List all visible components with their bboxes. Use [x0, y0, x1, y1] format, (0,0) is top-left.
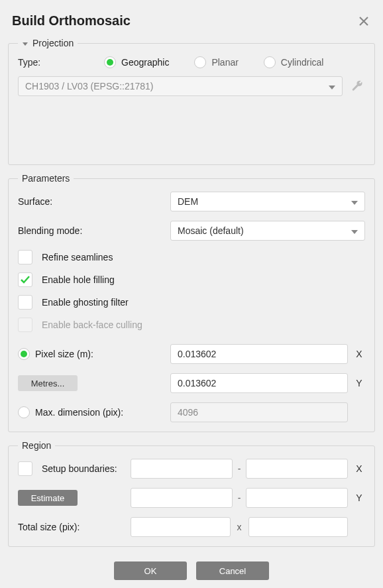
blending-row: Blending mode: Mosaic (default) — [18, 221, 365, 241]
axis-x-label: X — [353, 349, 365, 359]
projection-type-row: Type: Geographic Planar Cylindrical — [18, 56, 365, 68]
title-bar: Build Orthomosaic — [8, 7, 375, 38]
surface-value: DEM — [178, 196, 198, 207]
blending-value: Mosaic (default) — [178, 225, 244, 236]
refine-seamlines-label: Refine seamlines — [42, 252, 113, 263]
ok-button[interactable]: OK — [114, 561, 187, 580]
pixel-size-x-row: Pixel size (m): X — [18, 344, 365, 364]
radio-planar-label: Planar — [211, 57, 238, 68]
surface-row: Surface: DEM — [18, 192, 365, 211]
total-size-h-input[interactable] — [248, 517, 349, 537]
enable-ghosting-label: Enable ghosting filter — [42, 297, 129, 308]
parameters-legend: Parameters — [18, 173, 74, 184]
total-size-label: Total size (pix): — [18, 522, 131, 532]
build-orthomosaic-dialog: Build Orthomosaic Projection Type: Geogr… — [0, 0, 383, 588]
pixel-size-y-input[interactable] — [170, 373, 348, 393]
surface-combo[interactable]: DEM — [170, 192, 365, 211]
close-icon[interactable] — [356, 14, 371, 29]
region-group: Region Setup boundaries: - X Estimate - … — [8, 440, 375, 547]
refine-seamlines-checkbox[interactable] — [18, 250, 32, 265]
crs-row: CH1903 / LV03 (EPSG::21781) — [18, 76, 365, 96]
chevron-down-icon — [351, 196, 358, 207]
crs-combo[interactable]: CH1903 / LV03 (EPSG::21781) — [18, 76, 343, 96]
dash-sep-2: - — [238, 493, 241, 503]
refine-seamlines-row: Refine seamlines — [18, 250, 365, 265]
enable-hole-filling-checkbox[interactable] — [18, 272, 32, 287]
projection-group: Projection Type: Geographic Planar Cylin… — [8, 38, 375, 165]
region-axis-x: X — [353, 463, 365, 474]
boundaries-y-row: Estimate - Y — [18, 488, 365, 508]
enable-backface-checkbox — [18, 318, 32, 332]
blending-combo[interactable]: Mosaic (default) — [170, 221, 365, 241]
boundaries-x-row: Setup boundaries: - X — [18, 459, 365, 479]
surface-label: Surface: — [18, 196, 170, 207]
max-dim-label: Max. dimension (pix): — [35, 407, 123, 418]
enable-ghosting-row: Enable ghosting filter — [18, 295, 365, 310]
axis-spacer-2 — [353, 522, 365, 532]
dash-sep: - — [238, 463, 241, 474]
dialog-title: Build Orthomosaic — [12, 13, 356, 29]
pixel-size-label: Pixel size (m): — [35, 349, 93, 359]
max-dim-row: Max. dimension (pix): — [18, 402, 365, 422]
radio-cylindrical-label: Cylindrical — [281, 57, 324, 68]
metres-btn-wrap: Metres... — [18, 375, 170, 391]
metres-button[interactable]: Metres... — [18, 375, 78, 391]
radio-planar[interactable] — [194, 56, 206, 68]
cancel-button[interactable]: Cancel — [196, 561, 269, 580]
triangle-down-icon[interactable] — [22, 40, 28, 47]
max-dim-input — [170, 402, 348, 422]
enable-hole-filling-row: Enable hole filling — [18, 272, 365, 287]
projection-legend-text: Projection — [32, 38, 74, 48]
pixel-size-y-row: Metres... Y — [18, 373, 365, 393]
axis-spacer — [353, 407, 365, 418]
blending-label: Blending mode: — [18, 225, 170, 236]
crs-value: CH1903 / LV03 (EPSG::21781) — [25, 81, 154, 91]
region-legend: Region — [18, 440, 55, 451]
boundary-x-max-input[interactable] — [246, 459, 348, 479]
projection-legend: Projection — [18, 38, 78, 48]
pixel-size-x-input[interactable] — [170, 344, 348, 364]
radio-max-dim[interactable] — [18, 406, 30, 418]
max-dim-radio-wrap: Max. dimension (pix): — [18, 406, 170, 418]
estimate-wrap: Estimate — [18, 490, 131, 506]
radio-pixel-size[interactable] — [18, 348, 30, 360]
enable-backface-label: Enable back-face culling — [42, 320, 142, 330]
setup-boundaries-label: Setup boundaries: — [42, 463, 117, 474]
projection-type-label: Type: — [18, 57, 104, 68]
enable-ghosting-checkbox[interactable] — [18, 295, 32, 310]
enable-backface-row: Enable back-face culling — [18, 318, 365, 332]
pixel-size-radio-wrap: Pixel size (m): — [18, 348, 170, 360]
setup-boundaries-wrap: Setup boundaries: — [18, 461, 131, 476]
parameters-group: Parameters Surface: DEM Blending mode: M… — [8, 173, 375, 432]
estimate-button[interactable]: Estimate — [18, 490, 78, 506]
enable-hole-filling-label: Enable hole filling — [42, 274, 115, 285]
total-size-w-input[interactable] — [131, 517, 231, 537]
times-sep: x — [237, 522, 242, 532]
boundary-x-min-input[interactable] — [131, 459, 233, 479]
projection-type-radios: Geographic Planar Cylindrical — [104, 56, 323, 68]
region-axis-y: Y — [353, 493, 365, 503]
boundary-y-max-input[interactable] — [246, 488, 348, 508]
chevron-down-icon — [351, 225, 358, 236]
total-size-row: Total size (pix): x — [18, 517, 365, 537]
radio-cylindrical[interactable] — [264, 56, 276, 68]
axis-y-label: Y — [353, 378, 365, 388]
chevron-down-icon — [329, 81, 335, 91]
radio-geographic-label: Geographic — [121, 57, 169, 68]
boundary-y-min-input[interactable] — [131, 488, 233, 508]
setup-boundaries-checkbox[interactable] — [18, 461, 32, 476]
wrench-icon[interactable] — [349, 78, 365, 94]
radio-geographic[interactable] — [104, 56, 116, 68]
dialog-buttons: OK Cancel — [8, 555, 375, 580]
